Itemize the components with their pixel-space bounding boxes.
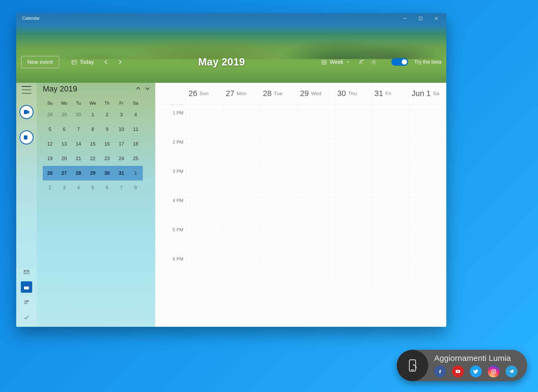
time-cell[interactable] xyxy=(298,139,335,168)
time-cell[interactable] xyxy=(186,256,223,285)
people-nav[interactable] xyxy=(21,297,32,308)
mini-cal-day[interactable]: 12 xyxy=(43,137,57,151)
day-header[interactable]: 31Fri xyxy=(372,83,409,104)
time-cell[interactable] xyxy=(372,110,409,139)
time-cell[interactable] xyxy=(335,227,372,256)
mini-cal-day[interactable]: 3 xyxy=(114,107,128,122)
mini-cal-day[interactable]: 31 xyxy=(114,166,128,180)
facebook-icon[interactable] xyxy=(434,365,446,377)
mini-cal-day[interactable]: 3 xyxy=(57,180,71,195)
today-button[interactable]: Today xyxy=(67,57,98,67)
time-cell[interactable] xyxy=(372,227,409,256)
mini-cal-day[interactable]: 21 xyxy=(71,151,86,166)
time-cell[interactable] xyxy=(409,168,446,197)
time-cell[interactable] xyxy=(186,168,223,197)
mini-cal-day[interactable]: 23 xyxy=(100,151,114,166)
maximize-button[interactable] xyxy=(413,13,428,24)
time-cell[interactable] xyxy=(409,227,446,256)
time-cell[interactable] xyxy=(335,139,372,168)
time-cell[interactable] xyxy=(298,104,335,110)
time-cell[interactable] xyxy=(223,256,260,285)
time-cell[interactable] xyxy=(335,168,372,197)
mini-cal-day[interactable]: 11 xyxy=(128,122,143,137)
day-header[interactable]: 28Tue xyxy=(260,83,298,104)
mini-cal-day[interactable]: 28 xyxy=(43,107,57,122)
time-cell[interactable] xyxy=(372,139,409,168)
time-cell[interactable] xyxy=(335,197,372,226)
mini-cal-day[interactable]: 13 xyxy=(57,137,71,151)
telegram-icon[interactable] xyxy=(506,365,517,377)
time-cell[interactable] xyxy=(335,110,372,139)
view-selector[interactable]: Week xyxy=(317,57,354,67)
mini-cal-day[interactable]: 14 xyxy=(71,137,86,151)
time-cell[interactable] xyxy=(298,227,335,256)
mini-cal-day[interactable]: 30 xyxy=(71,107,86,122)
close-button[interactable] xyxy=(428,13,444,24)
mini-cal-day[interactable]: 1 xyxy=(128,166,143,180)
time-cell[interactable] xyxy=(298,197,335,226)
next-button[interactable] xyxy=(114,56,126,68)
time-cell[interactable] xyxy=(260,110,298,139)
mini-cal-next[interactable] xyxy=(144,85,150,93)
prev-button[interactable] xyxy=(100,56,112,68)
time-cell[interactable] xyxy=(260,227,298,256)
mini-cal-day[interactable]: 9 xyxy=(100,122,114,137)
mini-cal-day[interactable]: 24 xyxy=(114,151,128,166)
day-header[interactable]: 27Mon xyxy=(223,83,260,104)
time-cell[interactable] xyxy=(372,104,409,110)
twitter-icon[interactable] xyxy=(470,365,482,377)
instagram-icon[interactable] xyxy=(488,365,500,377)
mini-cal-day[interactable]: 29 xyxy=(86,166,100,180)
youtube-icon[interactable] xyxy=(452,365,464,377)
mini-cal-day[interactable]: 19 xyxy=(43,151,57,166)
time-cell[interactable] xyxy=(260,168,298,197)
time-cell[interactable] xyxy=(409,139,446,168)
time-cell[interactable] xyxy=(409,110,446,139)
time-cell[interactable] xyxy=(223,110,260,139)
mini-cal-day[interactable]: 7 xyxy=(114,180,128,195)
time-cell[interactable] xyxy=(186,227,223,256)
time-cell[interactable] xyxy=(260,139,298,168)
mini-cal-day[interactable]: 17 xyxy=(114,137,128,151)
mini-cal-day[interactable]: 10 xyxy=(114,122,128,137)
time-cell[interactable] xyxy=(298,168,335,197)
mini-cal-day[interactable]: 6 xyxy=(100,180,114,195)
time-cell[interactable] xyxy=(409,256,446,285)
time-cell[interactable] xyxy=(223,139,260,168)
beta-toggle[interactable] xyxy=(391,58,408,66)
mini-cal-day[interactable]: 2 xyxy=(43,180,57,195)
day-header[interactable]: 29Wed xyxy=(298,83,335,104)
settings-button[interactable] xyxy=(369,57,379,67)
todo-nav[interactable] xyxy=(21,312,32,323)
mini-cal-day[interactable]: 20 xyxy=(57,151,71,166)
calendar-nav[interactable] xyxy=(21,281,32,293)
account-exchange[interactable]: E xyxy=(19,130,34,144)
day-header[interactable]: 30Thu xyxy=(335,83,372,104)
mini-cal-day[interactable]: 5 xyxy=(43,122,57,137)
mini-cal-day[interactable]: 29 xyxy=(57,107,71,122)
mini-cal-day[interactable]: 4 xyxy=(71,180,86,195)
time-cell[interactable] xyxy=(223,104,260,110)
time-cell[interactable] xyxy=(409,104,446,110)
mini-cal-day[interactable]: 26 xyxy=(43,166,57,180)
time-cell[interactable] xyxy=(186,110,223,139)
mini-cal-day[interactable]: 25 xyxy=(128,151,143,166)
time-cell[interactable] xyxy=(298,256,335,285)
time-cell[interactable] xyxy=(186,139,223,168)
time-cell[interactable] xyxy=(372,197,409,226)
day-header[interactable]: Jun 1Sa xyxy=(409,83,446,104)
mini-cal-day[interactable]: 6 xyxy=(57,122,71,137)
time-cell[interactable] xyxy=(372,168,409,197)
time-cell[interactable] xyxy=(409,197,446,226)
mini-cal-day[interactable]: 1 xyxy=(86,107,100,122)
time-cell[interactable] xyxy=(223,168,260,197)
time-cell[interactable] xyxy=(223,227,260,256)
share-button[interactable] xyxy=(356,57,367,67)
mini-cal-day[interactable]: 8 xyxy=(86,122,100,137)
mini-cal-prev[interactable] xyxy=(135,85,141,93)
time-cell[interactable] xyxy=(186,197,223,226)
mini-cal-day[interactable]: 27 xyxy=(57,166,71,180)
time-cell[interactable] xyxy=(260,104,298,110)
time-cell[interactable] xyxy=(260,256,298,285)
time-cell[interactable] xyxy=(298,110,335,139)
